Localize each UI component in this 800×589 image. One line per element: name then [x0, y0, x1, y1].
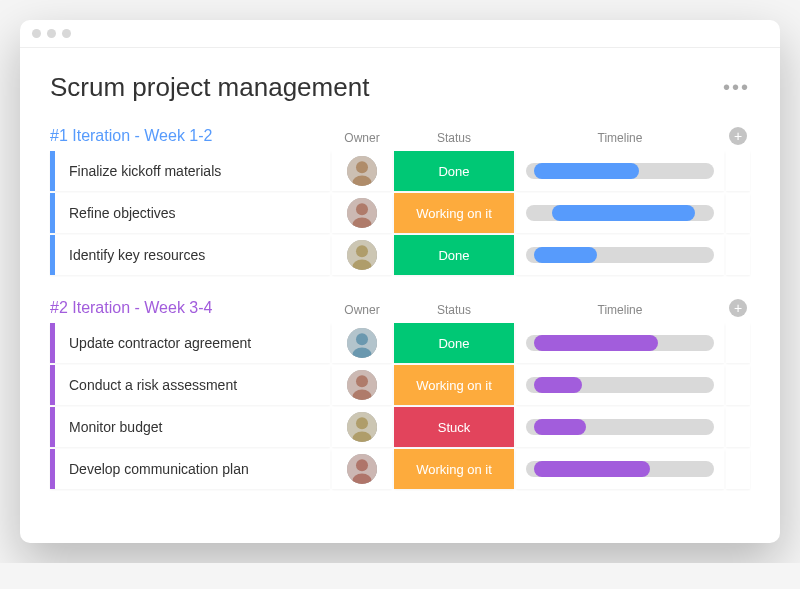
- task-name-cell[interactable]: Monitor budget: [50, 407, 330, 447]
- timeline-track: [526, 419, 714, 435]
- row-end-cell: [726, 193, 750, 233]
- timeline-track: [526, 163, 714, 179]
- status-label: Done: [438, 248, 469, 263]
- owner-cell[interactable]: [332, 365, 392, 405]
- task-name-cell[interactable]: Update contractor agreement: [50, 323, 330, 363]
- group-header: #2 Iteration - Week 3-4 Owner Status Tim…: [50, 299, 750, 317]
- task-name-cell[interactable]: Develop communication plan: [50, 449, 330, 489]
- svg-point-19: [356, 459, 368, 471]
- window-control-dot[interactable]: [32, 29, 41, 38]
- status-label: Working on it: [416, 206, 492, 221]
- task-name-cell[interactable]: Finalize kickoff materials: [50, 151, 330, 191]
- status-cell[interactable]: Done: [394, 151, 514, 191]
- task-name: Refine objectives: [69, 205, 176, 221]
- timeline-bar: [534, 461, 651, 477]
- owner-cell[interactable]: [332, 407, 392, 447]
- add-column: +: [726, 127, 750, 145]
- plus-icon[interactable]: +: [729, 299, 747, 317]
- timeline-track: [526, 461, 714, 477]
- owner-cell[interactable]: [332, 323, 392, 363]
- timeline-cell[interactable]: [516, 151, 724, 191]
- column-header-owner[interactable]: Owner: [332, 303, 392, 317]
- task-name-cell[interactable]: Conduct a risk assessment: [50, 365, 330, 405]
- timeline-track: [526, 205, 714, 221]
- task-name: Conduct a risk assessment: [69, 377, 237, 393]
- task-name: Identify key resources: [69, 247, 205, 263]
- column-header-owner[interactable]: Owner: [332, 131, 392, 145]
- table-row: Finalize kickoff materials Done: [50, 151, 750, 191]
- table-row: Monitor budget Stuck: [50, 407, 750, 447]
- task-name-cell[interactable]: Refine objectives: [50, 193, 330, 233]
- timeline-cell[interactable]: [516, 323, 724, 363]
- timeline-bar: [534, 247, 598, 263]
- avatar: [347, 370, 377, 400]
- column-header-status[interactable]: Status: [394, 303, 514, 317]
- avatar: [347, 454, 377, 484]
- timeline-cell[interactable]: [516, 407, 724, 447]
- svg-point-1: [356, 161, 368, 173]
- task-name: Monitor budget: [69, 419, 162, 435]
- task-name-cell[interactable]: Identify key resources: [50, 235, 330, 275]
- status-label: Working on it: [416, 378, 492, 393]
- owner-cell[interactable]: [332, 449, 392, 489]
- board-title: Scrum project management: [50, 72, 369, 103]
- timeline-bar: [534, 163, 639, 179]
- task-name: Develop communication plan: [69, 461, 249, 477]
- owner-cell[interactable]: [332, 235, 392, 275]
- avatar: [347, 412, 377, 442]
- table-row: Identify key resources Done: [50, 235, 750, 275]
- owner-cell[interactable]: [332, 193, 392, 233]
- status-cell[interactable]: Done: [394, 323, 514, 363]
- group-title[interactable]: #1 Iteration - Week 1-2: [50, 127, 330, 145]
- status-cell[interactable]: Stuck: [394, 407, 514, 447]
- column-header-status[interactable]: Status: [394, 131, 514, 145]
- window-control-dot[interactable]: [62, 29, 71, 38]
- table-row: Update contractor agreement Done: [50, 323, 750, 363]
- timeline-track: [526, 247, 714, 263]
- more-options-button[interactable]: •••: [723, 76, 750, 99]
- group-title[interactable]: #2 Iteration - Week 3-4: [50, 299, 330, 317]
- status-cell[interactable]: Working on it: [394, 365, 514, 405]
- status-label: Stuck: [438, 420, 471, 435]
- avatar: [347, 198, 377, 228]
- timeline-cell[interactable]: [516, 193, 724, 233]
- status-label: Working on it: [416, 462, 492, 477]
- task-name: Update contractor agreement: [69, 335, 251, 351]
- group: #1 Iteration - Week 1-2 Owner Status Tim…: [50, 127, 750, 275]
- task-name: Finalize kickoff materials: [69, 163, 221, 179]
- owner-cell[interactable]: [332, 151, 392, 191]
- board-header: Scrum project management •••: [50, 72, 750, 103]
- status-cell[interactable]: Working on it: [394, 193, 514, 233]
- avatar: [347, 156, 377, 186]
- row-end-cell: [726, 151, 750, 191]
- svg-point-7: [356, 245, 368, 257]
- group-header: #1 Iteration - Week 1-2 Owner Status Tim…: [50, 127, 750, 145]
- svg-point-10: [356, 333, 368, 345]
- svg-point-13: [356, 375, 368, 387]
- add-column: +: [726, 299, 750, 317]
- timeline-cell[interactable]: [516, 365, 724, 405]
- group: #2 Iteration - Week 3-4 Owner Status Tim…: [50, 299, 750, 489]
- table-row: Develop communication plan Working on it: [50, 449, 750, 489]
- timeline-track: [526, 335, 714, 351]
- column-header-timeline[interactable]: Timeline: [516, 303, 724, 317]
- status-cell[interactable]: Done: [394, 235, 514, 275]
- status-cell[interactable]: Working on it: [394, 449, 514, 489]
- timeline-cell[interactable]: [516, 449, 724, 489]
- svg-point-16: [356, 417, 368, 429]
- timeline-bar: [534, 335, 658, 351]
- table-row: Conduct a risk assessment Working on it: [50, 365, 750, 405]
- status-label: Done: [438, 164, 469, 179]
- column-header-timeline[interactable]: Timeline: [516, 131, 724, 145]
- avatar: [347, 328, 377, 358]
- plus-icon[interactable]: +: [729, 127, 747, 145]
- timeline-cell[interactable]: [516, 235, 724, 275]
- window-titlebar: [20, 20, 780, 48]
- timeline-bar: [552, 205, 695, 221]
- window-control-dot[interactable]: [47, 29, 56, 38]
- row-end-cell: [726, 365, 750, 405]
- status-label: Done: [438, 336, 469, 351]
- app-window: Scrum project management ••• #1 Iteratio…: [20, 20, 780, 543]
- timeline-bar: [534, 419, 587, 435]
- timeline-bar: [534, 377, 583, 393]
